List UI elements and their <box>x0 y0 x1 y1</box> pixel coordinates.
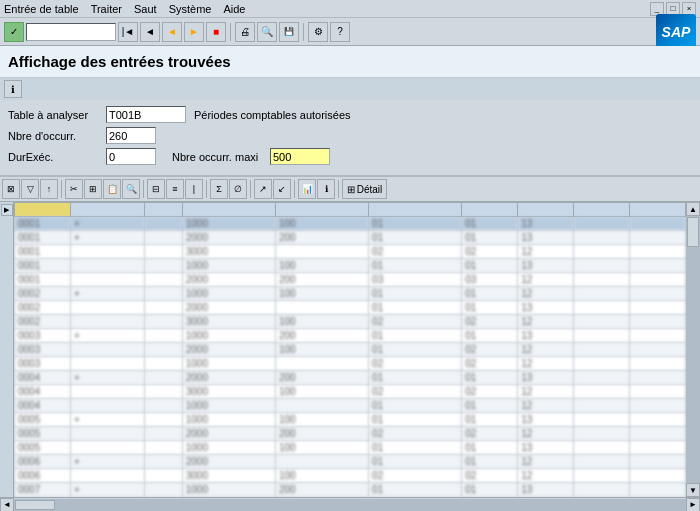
grid-btn-copy[interactable]: ⊞ <box>84 179 102 199</box>
table-row[interactable]: 00063000100020212 <box>15 469 686 483</box>
table-row[interactable]: 0002+ 1000100010112 <box>15 287 686 301</box>
scroll-left-btn[interactable]: ◄ <box>0 498 14 512</box>
command-input[interactable] <box>26 23 116 41</box>
table-row[interactable]: 0004+ 2000200010113 <box>15 371 686 385</box>
table-row[interactable]: 00041000010112 <box>15 399 686 413</box>
col-header-6[interactable] <box>462 203 518 217</box>
grid-btn-info[interactable]: ℹ <box>317 179 335 199</box>
table-cell: 0005 <box>15 441 71 455</box>
menu-aide[interactable]: Aide <box>223 3 245 15</box>
btn-find[interactable]: 🔍 <box>257 22 277 42</box>
hscroll-track[interactable] <box>14 499 686 511</box>
table-row[interactable]: 0001+ 2000200010113 <box>15 231 686 245</box>
btn-nav-back[interactable]: ◄ <box>162 22 182 42</box>
table-cell: 2000 <box>182 455 275 469</box>
scroll-right-btn[interactable]: ► <box>686 498 700 512</box>
table-cell: 0001 <box>15 217 71 231</box>
table-row[interactable]: 00022000010113 <box>15 301 686 315</box>
table-cell <box>70 427 145 441</box>
col-header-1[interactable] <box>70 203 145 217</box>
table-input[interactable] <box>106 106 186 123</box>
col-header-8[interactable] <box>574 203 630 217</box>
grid-btn-paste[interactable]: 📋 <box>103 179 121 199</box>
col-header-9[interactable] <box>630 203 686 217</box>
info-toolbar: ℹ <box>0 78 700 100</box>
row-selector-icon[interactable]: ▶ <box>1 204 13 216</box>
table-row[interactable]: 00011000100010113 <box>15 259 686 273</box>
table-row[interactable]: 0001+ 1000100010113 <box>15 217 686 231</box>
col-header-2[interactable] <box>145 203 182 217</box>
table-row[interactable]: 0007+ 1000200010113 <box>15 483 686 497</box>
info-icon[interactable]: ℹ <box>4 80 22 98</box>
table-cell: 200 <box>275 427 368 441</box>
grid-btn-cut[interactable]: ✂ <box>65 179 83 199</box>
grid-btn-rows[interactable]: ≡ <box>166 179 184 199</box>
btn-nav-prev[interactable]: ◄ <box>140 22 160 42</box>
hscroll-thumb[interactable] <box>15 500 55 510</box>
table-row[interactable]: 0006+ 2000010112 <box>15 455 686 469</box>
col-header-5[interactable] <box>369 203 462 217</box>
grid-btn-graph[interactable]: 📊 <box>298 179 316 199</box>
table-row[interactable]: 00051000100010113 <box>15 441 686 455</box>
btn-help[interactable]: ? <box>330 22 350 42</box>
table-cell: 12 <box>518 343 574 357</box>
nbre-maxi-label: Nbre occurr. maxi <box>172 151 262 163</box>
grid-btn-cols[interactable]: ⊟ <box>147 179 165 199</box>
table-row[interactable]: 00023000100020212 <box>15 315 686 329</box>
grid-btn-filter[interactable]: ▽ <box>21 179 39 199</box>
btn-stop[interactable]: ■ <box>206 22 226 42</box>
grid-btn-select-all[interactable]: ⊠ <box>2 179 20 199</box>
table-row[interactable]: 00072000100010212 <box>15 497 686 498</box>
grid-btn-export[interactable]: ↗ <box>254 179 272 199</box>
sep4 <box>143 180 144 198</box>
menu-saut[interactable]: Saut <box>134 3 157 15</box>
menu-traiter[interactable]: Traiter <box>91 3 122 15</box>
table-cell: 01 <box>462 455 518 469</box>
btn-save[interactable]: 💾 <box>279 22 299 42</box>
table-row[interactable]: 00031000020212 <box>15 357 686 371</box>
table-cell <box>630 469 686 483</box>
form-row-nbre: Nbre d'occurr. <box>8 127 692 144</box>
table-cell: 01 <box>369 497 462 498</box>
grid-btn-import[interactable]: ↙ <box>273 179 291 199</box>
table-cell: 12 <box>518 315 574 329</box>
grid-btn-sort-asc[interactable]: ↑ <box>40 179 58 199</box>
table-cell <box>145 469 182 483</box>
btn-nav-fwd[interactable]: ► <box>184 22 204 42</box>
nbre-maxi-input[interactable] <box>270 148 330 165</box>
btn-check[interactable]: ✓ <box>4 22 24 42</box>
grid-btn-freeze[interactable]: | <box>185 179 203 199</box>
table-row[interactable]: 0003+ 1000200010113 <box>15 329 686 343</box>
table-cell <box>574 483 630 497</box>
scroll-thumb[interactable] <box>687 217 699 247</box>
scroll-track[interactable] <box>686 216 700 483</box>
col-header-0[interactable] <box>15 203 71 217</box>
table-cell: 01 <box>369 217 462 231</box>
table-row[interactable]: 00043000100020212 <box>15 385 686 399</box>
table-cell <box>70 357 145 371</box>
scroll-down-btn[interactable]: ▼ <box>686 483 700 497</box>
table-cell <box>70 399 145 413</box>
table-row[interactable]: 00013000020212 <box>15 245 686 259</box>
col-header-4[interactable] <box>275 203 368 217</box>
menu-entree-table[interactable]: Entrée de table <box>4 3 79 15</box>
table-row[interactable]: 00012000200030312 <box>15 273 686 287</box>
btn-print[interactable]: 🖨 <box>235 22 255 42</box>
btn-settings[interactable]: ⚙ <box>308 22 328 42</box>
col-header-7[interactable] <box>518 203 574 217</box>
nbre-occurr-input[interactable] <box>106 127 156 144</box>
grid-btn-sum[interactable]: Σ <box>210 179 228 199</box>
btn-nav-start[interactable]: |◄ <box>118 22 138 42</box>
col-header-3[interactable] <box>182 203 275 217</box>
table-row[interactable]: 00052000200020212 <box>15 427 686 441</box>
grid-btn-avg[interactable]: ∅ <box>229 179 247 199</box>
table-row[interactable]: 00032000100010212 <box>15 343 686 357</box>
dur-exec-input[interactable] <box>106 148 156 165</box>
menu-systeme[interactable]: Système <box>169 3 212 15</box>
table-cell: 100 <box>275 217 368 231</box>
grid-btn-find2[interactable]: 🔍 <box>122 179 140 199</box>
grid-btn-detail[interactable]: ⊞ Détail <box>342 179 387 199</box>
table-cell <box>630 371 686 385</box>
scroll-up-btn[interactable]: ▲ <box>686 202 700 216</box>
table-row[interactable]: 0005+ 1000100010113 <box>15 413 686 427</box>
